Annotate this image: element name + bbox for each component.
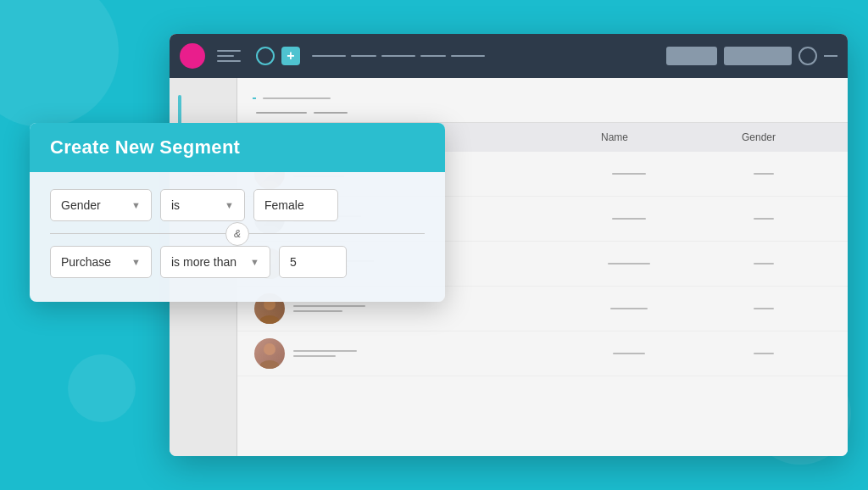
chevron-down-icon: ▼ bbox=[225, 200, 234, 210]
bg-decoration bbox=[68, 354, 136, 422]
nav-item bbox=[381, 55, 415, 57]
gender-cell bbox=[697, 353, 832, 354]
operator-dropdown-morethan[interactable]: is more than ▼ bbox=[160, 246, 270, 278]
search-icon[interactable] bbox=[256, 47, 275, 65]
operator-dropdown-is[interactable]: is ▼ bbox=[160, 189, 245, 221]
toolbar-button[interactable] bbox=[724, 47, 792, 65]
user-icon[interactable] bbox=[798, 47, 817, 65]
nav-item bbox=[420, 55, 446, 57]
field-dropdown-gender-label: Gender bbox=[61, 198, 101, 212]
operator-dropdown-is-label: is bbox=[171, 198, 180, 212]
svg-point-8 bbox=[264, 343, 275, 355]
email-cell bbox=[293, 305, 562, 312]
value-field-five[interactable]: 5 bbox=[279, 246, 347, 278]
field-dropdown-purchase[interactable]: Purchase ▼ bbox=[50, 246, 152, 278]
app-logo bbox=[180, 43, 205, 69]
svg-point-9 bbox=[259, 360, 280, 369]
email-value-sub bbox=[293, 355, 336, 357]
segment-panel-body: Gender ▼ is ▼ Female & Purchase ▼ is mor… bbox=[30, 172, 445, 278]
name-value bbox=[612, 173, 646, 175]
segment-row-2: Purchase ▼ is more than ▼ 5 bbox=[50, 246, 425, 278]
nav-item bbox=[312, 55, 346, 57]
name-cell bbox=[562, 173, 697, 175]
segment-row-1: Gender ▼ is ▼ Female bbox=[50, 189, 425, 221]
title-bar: + bbox=[170, 34, 848, 78]
window-controls bbox=[666, 47, 837, 65]
gender-value bbox=[754, 308, 774, 309]
column-header-name: Name bbox=[542, 131, 687, 143]
breadcrumb-text bbox=[263, 97, 331, 99]
name-cell bbox=[562, 263, 697, 264]
gender-cell bbox=[697, 173, 832, 175]
field-dropdown-purchase-label: Purchase bbox=[61, 255, 111, 269]
name-value bbox=[612, 218, 646, 220]
breadcrumb-bar bbox=[237, 78, 848, 123]
toolbar-button[interactable] bbox=[666, 47, 717, 65]
toolbar-icons: + bbox=[256, 47, 300, 65]
nav-item bbox=[351, 55, 376, 57]
segment-panel-title: Create New Segment bbox=[30, 123, 445, 172]
segment-panel: Create New Segment Gender ▼ is ▼ Female … bbox=[30, 123, 445, 302]
minimize-icon[interactable] bbox=[824, 55, 837, 57]
segment-connector: & bbox=[50, 233, 425, 234]
name-cell bbox=[562, 353, 697, 354]
connector-badge: & bbox=[225, 222, 249, 246]
avatar bbox=[254, 338, 285, 369]
toolbar-dashes bbox=[312, 55, 658, 57]
name-value bbox=[610, 308, 648, 309]
breadcrumb-sub bbox=[256, 112, 307, 114]
column-header-gender: Gender bbox=[687, 131, 831, 143]
gender-value bbox=[754, 263, 774, 264]
chevron-down-icon: ▼ bbox=[131, 257, 141, 267]
gender-value bbox=[754, 173, 774, 175]
gender-cell bbox=[697, 263, 832, 264]
breadcrumb-sub bbox=[314, 112, 348, 114]
operator-dropdown-morethan-label: is more than bbox=[171, 255, 236, 269]
gender-cell bbox=[697, 308, 832, 309]
bg-decoration bbox=[0, 0, 119, 127]
email-cell bbox=[293, 350, 562, 357]
chevron-down-icon: ▼ bbox=[131, 200, 141, 210]
add-icon[interactable]: + bbox=[281, 47, 300, 65]
field-dropdown-gender[interactable]: Gender ▼ bbox=[50, 189, 152, 221]
chevron-down-icon: ▼ bbox=[250, 257, 259, 267]
menu-icon[interactable] bbox=[217, 50, 241, 62]
gender-cell bbox=[697, 218, 832, 220]
name-cell bbox=[562, 218, 697, 220]
name-value bbox=[608, 263, 650, 264]
nav-item bbox=[451, 55, 485, 57]
table-row bbox=[237, 331, 848, 376]
value-field-female[interactable]: Female bbox=[253, 189, 338, 221]
email-value bbox=[293, 305, 365, 307]
breadcrumb-accent bbox=[253, 97, 256, 99]
name-value bbox=[613, 353, 645, 354]
gender-value bbox=[754, 353, 774, 354]
name-cell bbox=[562, 308, 697, 309]
email-value-sub bbox=[293, 310, 342, 312]
gender-value bbox=[754, 218, 774, 220]
svg-point-7 bbox=[259, 315, 280, 324]
email-value bbox=[293, 350, 357, 352]
